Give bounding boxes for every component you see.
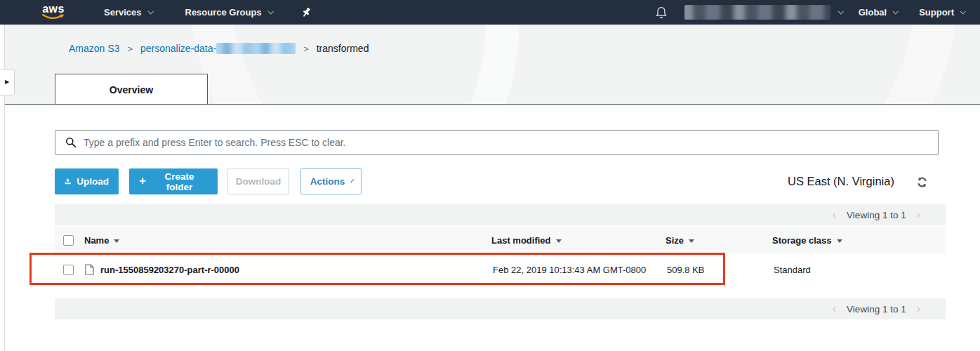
breadcrumb-separator: >: [127, 44, 133, 54]
row-size: 509.8 KB: [666, 265, 772, 275]
pagination-label: Viewing 1 to 1: [847, 304, 906, 314]
sidebar-expand-handle[interactable]: ▶: [0, 69, 15, 95]
sort-caret-icon: [556, 239, 562, 243]
account-menu[interactable]: [684, 5, 842, 20]
pagination-label: Viewing 1 to 1: [847, 210, 906, 220]
nav-global-label: Global: [859, 7, 887, 18]
column-header-name[interactable]: Name: [79, 235, 491, 246]
upload-icon: [65, 176, 71, 187]
nav-support[interactable]: Support: [919, 7, 965, 18]
page-prev-icon[interactable]: ‹: [833, 208, 836, 221]
column-header-last-modified-label: Last modified: [491, 235, 551, 246]
download-button[interactable]: Download: [227, 168, 289, 194]
column-header-storage-class[interactable]: Storage class: [772, 235, 946, 246]
sort-caret-icon: [837, 239, 842, 243]
sort-caret-icon: [114, 239, 119, 243]
column-header-size[interactable]: Size: [666, 235, 772, 246]
tab-overview[interactable]: Overview: [55, 74, 208, 105]
actions-button-label: Actions: [310, 176, 345, 187]
refresh-icon: [916, 176, 928, 188]
breadcrumb: Amazon S3 > personalize-data- > transfor…: [69, 43, 369, 54]
breadcrumb-bucket-prefix: personalize-data-: [140, 43, 216, 54]
page-next-icon[interactable]: ›: [917, 303, 920, 315]
row-checkbox-cell: [55, 265, 79, 275]
row-name-cell: run-1550859203270-part-r-00000: [79, 264, 491, 275]
aws-logo[interactable]: aws: [40, 4, 67, 22]
search-input[interactable]: [84, 137, 938, 148]
chevron-down-icon: [267, 8, 273, 14]
column-header-last-modified[interactable]: Last modified: [491, 235, 666, 246]
redacted-bucket-name: [216, 43, 296, 54]
create-folder-button[interactable]: + Create folder: [129, 168, 218, 194]
nav-resource-groups-label: Resource Groups: [185, 7, 262, 18]
chevron-down-icon: [351, 179, 355, 183]
table-header-row: Name Last modified Size Storage class: [55, 227, 946, 253]
upload-button-label: Upload: [77, 176, 109, 187]
column-header-size-label: Size: [666, 235, 684, 246]
object-name-link[interactable]: run-1550859203270-part-r-00000: [100, 265, 239, 275]
page-header-band: Amazon S3 > personalize-data- > transfor…: [5, 25, 980, 105]
chevron-down-icon: [893, 8, 899, 14]
chevron-down-icon: [147, 8, 153, 14]
file-icon: [85, 264, 94, 275]
row-last-modified: Feb 22, 2019 10:13:43 AM GMT-0800: [491, 265, 666, 275]
create-folder-button-label: Create folder: [151, 171, 208, 192]
download-button-label: Download: [236, 176, 282, 187]
nav-services[interactable]: Services: [104, 7, 152, 18]
search-box[interactable]: [55, 130, 939, 155]
row-storage-class: Standard: [772, 265, 946, 275]
top-navbar: aws Services Resource Groups: [0, 0, 980, 25]
column-header-name-label: Name: [84, 235, 109, 246]
s3-console-screen: aws Services Resource Groups: [0, 0, 980, 351]
refresh-button[interactable]: [916, 176, 928, 191]
table-row: run-1550859203270-part-r-00000 Feb 22, 2…: [55, 255, 946, 284]
breadcrumb-current: transformed: [317, 43, 369, 54]
row-checkbox[interactable]: [63, 265, 74, 275]
upload-button[interactable]: Upload: [55, 168, 119, 194]
nav-services-label: Services: [104, 7, 142, 18]
page-next-icon[interactable]: ›: [917, 208, 920, 221]
page-prev-icon[interactable]: ‹: [833, 303, 836, 315]
select-all-checkbox[interactable]: [63, 235, 74, 246]
region-label: US East (N. Virginia): [788, 175, 894, 188]
select-all-cell: [55, 235, 79, 246]
nav-support-label: Support: [919, 7, 954, 18]
tab-overview-label: Overview: [110, 84, 153, 95]
breadcrumb-amazon-s3[interactable]: Amazon S3: [69, 43, 119, 54]
pagination-bar-top: ‹ Viewing 1 to 1 ›: [55, 204, 946, 225]
nav-region-global[interactable]: Global: [859, 7, 897, 18]
chevron-down-icon: [960, 8, 965, 14]
redacted-account-name: [684, 5, 830, 20]
actions-button[interactable]: Actions: [300, 168, 362, 194]
pagination-bar-bottom: ‹ Viewing 1 to 1 ›: [55, 298, 946, 319]
nav-right-group: Global Support: [656, 5, 965, 20]
triangle-right-icon: ▶: [5, 79, 9, 85]
chevron-down-icon: [837, 8, 843, 14]
plus-icon: +: [139, 174, 146, 188]
breadcrumb-separator: >: [303, 44, 309, 54]
aws-smile-icon: [41, 13, 65, 20]
column-header-storage-class-label: Storage class: [772, 235, 832, 246]
breadcrumb-bucket[interactable]: personalize-data-: [140, 43, 296, 54]
toolbar: Upload + Create folder Download Actions: [55, 168, 362, 194]
search-icon: [65, 137, 77, 148]
sort-caret-icon: [689, 239, 694, 243]
bell-icon[interactable]: [656, 6, 667, 19]
pushpin-icon[interactable]: [302, 7, 311, 18]
nav-resource-groups[interactable]: Resource Groups: [185, 7, 272, 18]
